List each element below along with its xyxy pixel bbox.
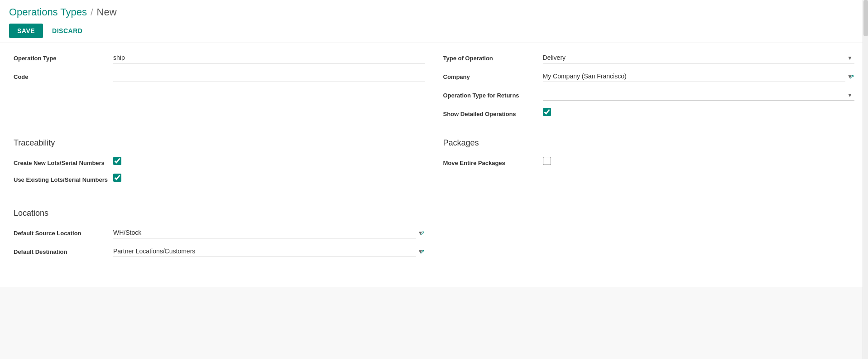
save-button[interactable]: SAVE: [9, 24, 43, 38]
top-form-section: Operation Type Code Type of Operation: [14, 52, 854, 125]
default-source-row: Default Source Location WH/Stock ▼ ↗: [14, 227, 425, 238]
code-row: Code: [14, 71, 425, 82]
packages-section: Packages Move Entire Packages: [443, 134, 855, 190]
company-label: Company: [443, 71, 543, 80]
right-form-col: Type of Operation Delivery Receipt Trans…: [443, 52, 855, 125]
operation-type-row: Operation Type: [14, 52, 425, 63]
show-detailed-label: Show Detailed Operations: [443, 108, 543, 117]
op-type-returns-label: Operation Type for Returns: [443, 89, 543, 99]
use-existing-row: Use Existing Lots/Serial Numbers: [14, 174, 425, 183]
default-dest-row: Default Destination Partner Locations/Cu…: [14, 246, 425, 257]
main-content: Operation Type Code Type of Operation: [0, 43, 868, 287]
company-value: My Company (San Francisco) ▼ ↗: [543, 71, 855, 82]
show-detailed-value: [543, 108, 855, 117]
breadcrumb-current: New: [97, 6, 117, 18]
discard-button[interactable]: DISCARD: [48, 24, 86, 38]
use-existing-checkbox[interactable]: [113, 174, 121, 182]
default-dest-external-link-icon[interactable]: ↗: [420, 248, 425, 255]
move-entire-row: Move Entire Packages: [443, 157, 855, 166]
create-lots-checkbox[interactable]: [113, 157, 121, 165]
default-dest-select[interactable]: Partner Locations/Customers: [113, 246, 416, 257]
show-detailed-checkbox[interactable]: [543, 108, 551, 116]
create-lots-label: Create New Lots/Serial Numbers: [14, 157, 113, 166]
type-of-operation-value: Delivery Receipt Transfer ▼: [543, 52, 855, 63]
scrollbar-track[interactable]: [863, 0, 868, 359]
move-entire-label: Move Entire Packages: [443, 157, 543, 166]
type-of-operation-select[interactable]: Delivery Receipt Transfer: [543, 52, 855, 63]
page-header: Operations Types / New SAVE DISCARD: [0, 0, 868, 43]
operation-type-input[interactable]: [113, 52, 425, 63]
locations-title: Locations: [14, 209, 425, 218]
locations-section: Locations Default Source Location WH/Sto…: [14, 204, 854, 264]
middle-section: Traceability Create New Lots/Serial Numb…: [14, 134, 854, 190]
company-external-link-icon[interactable]: ↗: [849, 73, 854, 80]
scrollbar-thumb[interactable]: [863, 0, 868, 36]
company-row: Company My Company (San Francisco) ▼ ↗: [443, 71, 855, 82]
company-select[interactable]: My Company (San Francisco): [543, 71, 846, 82]
default-dest-label: Default Destination: [14, 246, 113, 255]
default-source-external-link-icon[interactable]: ↗: [420, 229, 425, 237]
op-type-returns-select[interactable]: [543, 89, 855, 101]
locations-right-col: [443, 204, 855, 264]
op-type-returns-value: ▼: [543, 89, 855, 101]
type-of-operation-row: Type of Operation Delivery Receipt Trans…: [443, 52, 855, 63]
move-entire-checkbox[interactable]: [543, 157, 551, 165]
left-form-col: Operation Type Code: [14, 52, 425, 125]
action-bar: SAVE DISCARD: [9, 24, 859, 43]
traceability-section: Traceability Create New Lots/Serial Numb…: [14, 134, 425, 190]
traceability-title: Traceability: [14, 138, 425, 148]
code-value: [113, 71, 425, 82]
locations-col: Locations Default Source Location WH/Sto…: [14, 204, 425, 264]
type-of-operation-label: Type of Operation: [443, 52, 543, 62]
breadcrumb: Operations Types / New: [9, 6, 859, 18]
default-source-label: Default Source Location: [14, 227, 113, 237]
op-type-returns-row: Operation Type for Returns ▼: [443, 89, 855, 101]
code-input[interactable]: [113, 71, 425, 82]
show-detailed-row: Show Detailed Operations: [443, 108, 855, 117]
operation-type-value: [113, 52, 425, 63]
breadcrumb-separator: /: [91, 7, 93, 18]
create-lots-row: Create New Lots/Serial Numbers: [14, 157, 425, 166]
use-existing-label: Use Existing Lots/Serial Numbers: [14, 174, 113, 183]
default-source-select[interactable]: WH/Stock: [113, 227, 416, 238]
packages-title: Packages: [443, 138, 855, 148]
operation-type-label: Operation Type: [14, 52, 113, 62]
breadcrumb-link[interactable]: Operations Types: [9, 6, 87, 18]
code-label: Code: [14, 71, 113, 80]
